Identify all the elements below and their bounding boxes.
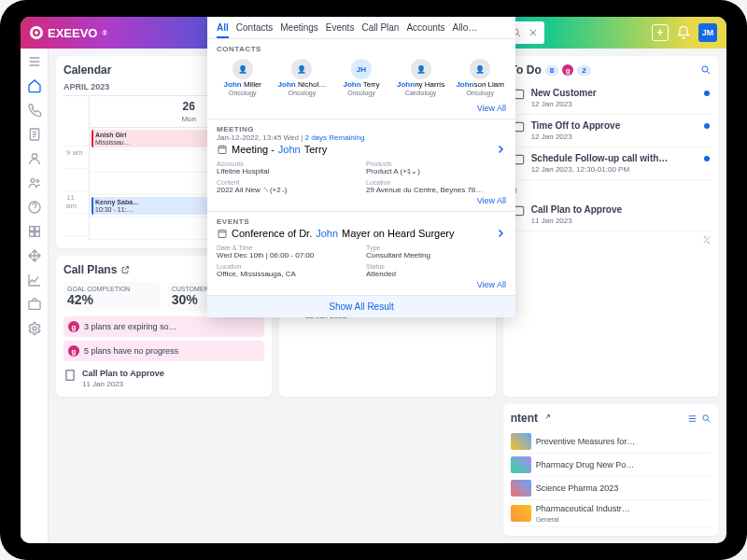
svg-point-3 — [32, 154, 36, 159]
svg-point-5 — [36, 180, 39, 183]
meeting-result[interactable]: Meeting - John Terry — [217, 142, 506, 157]
todo-item[interactable]: New Customer12 Jan 2023 — [511, 82, 712, 115]
chart-icon[interactable] — [27, 273, 42, 287]
svg-rect-16 — [514, 155, 523, 163]
side-nav — [21, 49, 49, 543]
chevron-right-icon[interactable] — [495, 228, 506, 239]
svg-rect-22 — [218, 230, 226, 237]
search-icon[interactable] — [701, 413, 712, 424]
contact-result[interactable]: 👤Johnson LiamOncology — [454, 59, 506, 96]
content-item[interactable]: Pharmaceutical Industr…General — [511, 500, 712, 527]
doc-icon — [63, 369, 77, 382]
list-icon[interactable] — [687, 413, 698, 424]
content-item[interactable]: Preventive Measures for… — [511, 430, 712, 454]
content-title: ntent — [511, 412, 538, 425]
tab-callplan[interactable]: Call Plan — [361, 22, 399, 38]
todo-item[interactable]: Time Off to Approve12 Jan 2023 — [511, 115, 712, 147]
briefcase-icon[interactable] — [27, 297, 42, 312]
warning-banner[interactable]: g5 plans have no progress — [63, 341, 264, 361]
search-icon[interactable] — [700, 64, 712, 76]
content-item[interactable]: Pharmacy Drug New Po… — [511, 454, 712, 477]
tab-accounts[interactable]: Accounts — [406, 22, 444, 38]
view-all-contacts[interactable]: View All — [217, 102, 506, 113]
move-icon[interactable] — [27, 248, 42, 263]
tab-events[interactable]: Events — [326, 22, 355, 38]
section-meeting: MEETING — [217, 125, 506, 133]
svg-rect-21 — [218, 146, 226, 153]
brand-dot-icon: g — [562, 64, 573, 76]
svg-rect-8 — [35, 227, 39, 231]
svg-point-20 — [703, 414, 709, 420]
todo-badge: 8 — [545, 65, 558, 76]
svg-rect-17 — [514, 206, 523, 215]
svg-point-4 — [31, 178, 35, 182]
users-icon[interactable] — [27, 175, 42, 190]
view-all-meetings[interactable]: View All — [217, 194, 506, 205]
todo-card: To Do 8 g 2 New Customer12 Jan 2023 Time… — [503, 56, 719, 397]
callplans-title: Call Plans — [63, 263, 117, 276]
stat-goal: GOAL COMPLETION42% — [63, 282, 161, 311]
add-button[interactable]: + — [652, 24, 669, 41]
tab-contacts[interactable]: Contacts — [236, 22, 273, 38]
expand-icon[interactable] — [702, 235, 712, 245]
todo-item[interactable]: Call Plan to Approve11 Jan 2023 — [511, 199, 712, 231]
logo-icon — [30, 26, 43, 39]
contact-result[interactable]: 👤John MillerOncology — [217, 59, 269, 96]
tab-all[interactable]: All — [217, 22, 229, 38]
contact-result[interactable]: JHJohn TerryOncology — [335, 59, 388, 96]
todo-badge: 2 — [577, 65, 590, 76]
svg-rect-10 — [35, 232, 39, 237]
time-label: 11 am — [63, 191, 89, 214]
tab-meetings[interactable]: Meetings — [280, 22, 318, 38]
svg-point-13 — [702, 66, 708, 72]
search-dropdown: All Contacts Meetings Events Call Plan A… — [207, 17, 515, 317]
svg-rect-11 — [29, 301, 40, 310]
close-icon[interactable] — [528, 27, 539, 38]
search-tabs: All Contacts Meetings Events Call Plan A… — [207, 17, 515, 39]
svg-rect-9 — [29, 232, 34, 237]
svg-rect-14 — [514, 90, 523, 98]
user-icon[interactable] — [27, 151, 42, 166]
svg-rect-18 — [66, 371, 74, 381]
section-contacts: CONTACTS — [217, 45, 506, 53]
external-icon[interactable] — [542, 413, 551, 423]
settings-icon[interactable] — [27, 321, 42, 336]
external-icon[interactable] — [120, 265, 130, 274]
content-card: ntent Preventive Measures for… Pharmacy … — [503, 404, 719, 536]
phone-icon[interactable] — [27, 103, 42, 118]
contact-result[interactable]: 👤John Nichol…Oncology — [276, 59, 329, 96]
svg-rect-15 — [514, 122, 523, 131]
show-all-results[interactable]: Show All Result — [207, 296, 515, 317]
home-icon[interactable] — [27, 78, 42, 93]
help-icon[interactable] — [27, 200, 42, 215]
contact-result[interactable]: 👤Johnny HarrisCardiology — [395, 59, 447, 96]
user-avatar[interactable]: JM — [698, 23, 717, 42]
view-all-events[interactable]: View All — [217, 278, 506, 289]
warning-banner[interactable]: g3 plans are expiring so… — [63, 316, 264, 337]
time-label — [63, 124, 89, 147]
section-label: N — [511, 186, 712, 195]
calendar-icon — [217, 144, 228, 155]
chevron-right-icon[interactable] — [495, 144, 506, 155]
svg-rect-7 — [29, 227, 34, 231]
menu-icon[interactable] — [27, 54, 42, 69]
content-item[interactable]: Science Pharma 2023 — [511, 477, 712, 500]
tab-more[interactable]: Allo… — [453, 22, 478, 38]
document-icon[interactable] — [27, 127, 42, 142]
brand-logo: EXEEVO® — [30, 26, 107, 40]
calendar-icon — [217, 228, 228, 239]
svg-point-12 — [33, 327, 36, 330]
section-events: EVENTS — [217, 217, 506, 226]
grid-icon[interactable] — [27, 224, 42, 239]
todo-item[interactable]: Schedule Follow-up call with…12 Jan 2023… — [511, 147, 712, 180]
time-label: 9 am — [63, 147, 89, 169]
event-result[interactable]: Conference of Dr. John Mayer on Heard Su… — [217, 226, 506, 241]
notifications-icon[interactable] — [676, 25, 691, 40]
